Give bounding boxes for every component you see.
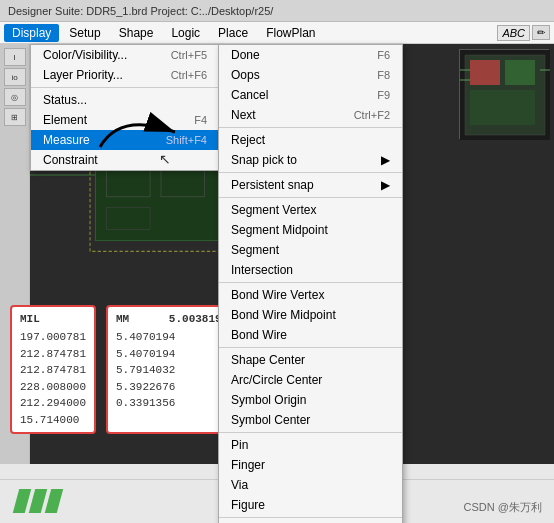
cursor-indicator: ↖ [159,151,171,167]
sidebar-btn-1[interactable]: I [4,48,26,66]
ctx-figure[interactable]: Figure [219,495,402,515]
svg-rect-18 [470,90,535,125]
ctx-segment[interactable]: Segment [219,240,402,260]
dropdown-measure[interactable]: Measure Shift+F4 [31,130,219,150]
ctx-bond-wire-midpoint[interactable]: Bond Wire Midpoint [219,305,402,325]
ctx-pin[interactable]: Pin [219,435,402,455]
separator-1 [31,87,219,88]
context-submenu-area: Done F6 Oops F8 Cancel F9 Next Ctrl+F2 [218,44,403,523]
ctx-cancel[interactable]: Cancel F9 [219,85,402,105]
ctx-bond-wire[interactable]: Bond Wire [219,325,402,345]
title-text: Designer Suite: DDR5_1.brd Project: C:..… [8,5,273,17]
menu-item-logic[interactable]: Logic [163,24,208,42]
ctx-next[interactable]: Next Ctrl+F2 [219,105,402,125]
mil-val-1: 212.874781 [20,362,86,379]
svg-rect-16 [470,60,500,85]
ctx-reject[interactable]: Reject [219,130,402,150]
ctx-segment-vertex[interactable]: Segment Vertex [219,200,402,220]
toolbar-btn-abc[interactable]: ABC [497,25,530,41]
display-dropdown: Color/Visibility... Ctrl+F5 Layer Priori… [30,44,220,171]
dropdown-status[interactable]: Status... [31,90,219,110]
ctx-sep4 [219,282,402,283]
menu-item-place[interactable]: Place [210,24,256,42]
ctx-shape-center[interactable]: Shape Center [219,350,402,370]
ctx-sep6 [219,432,402,433]
sidebar-btn-4[interactable]: ⊞ [4,108,26,126]
ctx-done[interactable]: Done F6 [219,45,402,65]
stripe-1 [13,489,31,513]
pcb-thumb-svg [460,50,550,140]
ctx-sep1 [219,127,402,128]
ctx-via[interactable]: Via [219,475,402,495]
ctx-symbol-center[interactable]: Symbol Center [219,410,402,430]
ctx-finger[interactable]: Finger [219,455,402,475]
ctx-snap-pick[interactable]: Snap pick to ▶ [219,150,402,170]
ctx-symbol-origin[interactable]: Symbol Origin [219,390,402,410]
toolbar-btn-pencil[interactable]: ✏ [532,25,550,40]
menu-bar: Display Setup Shape Logic Place FlowPlan… [0,22,554,44]
brand-label: CSDN @朱万利 [464,500,542,515]
ctx-intersection[interactable]: Intersection [219,260,402,280]
mil-main-value: 197.000781 [20,329,86,346]
title-bar: Designer Suite: DDR5_1.brd Project: C:..… [0,0,554,22]
ctx-persistent-snap[interactable]: Persistent snap ▶ [219,175,402,195]
main-container: Designer Suite: DDR5_1.brd Project: C:..… [0,0,554,523]
sidebar-btn-3[interactable]: ◎ [4,88,26,106]
green-stripes [16,489,60,513]
mil-val-4: 15.714000 [20,412,86,429]
ctx-sep2 [219,172,402,173]
ctx-sep7 [219,517,402,518]
menu-item-shape[interactable]: Shape [111,24,162,42]
mil-val-3: 212.294000 [20,395,86,412]
dropdown-constraint[interactable]: Constraint [31,150,219,170]
ctx-oops[interactable]: Oops F8 [219,65,402,85]
mil-val-2: 228.008000 [20,379,86,396]
dropdown-color-visibility[interactable]: Color/Visibility... Ctrl+F5 [31,45,219,65]
dropdown-element[interactable]: Element F4 [31,110,219,130]
menu-item-display[interactable]: Display [4,24,59,42]
ctx-segment-midpoint[interactable]: Segment Midpoint [219,220,402,240]
mil-val-0: 212.874781 [20,346,86,363]
ctx-arc-circle-center[interactable]: Arc/Circle Center [219,370,402,390]
sidebar-btn-2[interactable]: io [4,68,26,86]
menu-item-setup[interactable]: Setup [61,24,108,42]
ctx-sep3 [219,197,402,198]
measure-panel-mil: MIL 197.000781 212.874781 212.874781 228… [10,305,96,435]
ctx-bond-wire-vertex[interactable]: Bond Wire Vertex [219,285,402,305]
mil-header: MIL [20,311,86,328]
menu-item-flowplan[interactable]: FlowPlan [258,24,323,42]
stripe-2 [29,489,47,513]
ctx-sep5 [219,347,402,348]
svg-rect-17 [505,60,535,85]
pcb-thumbnail [459,49,549,139]
dropdown-layer-priority[interactable]: Layer Priority... Ctrl+F6 [31,65,219,85]
content-area: I io ◎ ⊞ [0,44,554,464]
